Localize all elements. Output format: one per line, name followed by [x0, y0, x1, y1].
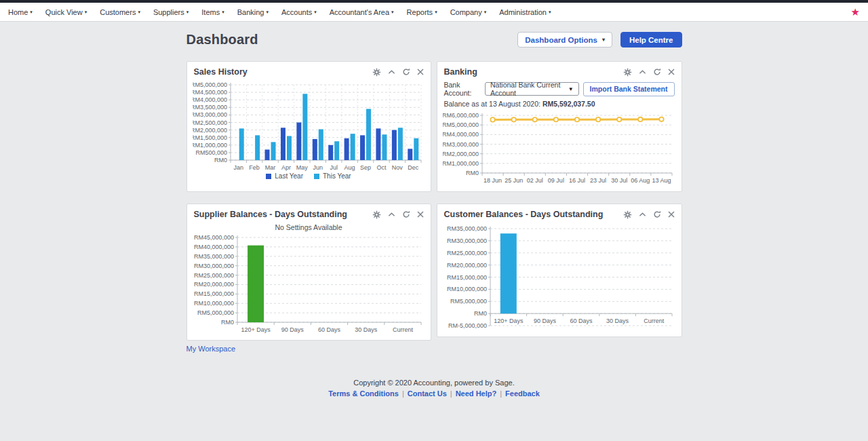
collapse-chevron-up-icon[interactable]: [639, 212, 646, 217]
svg-text:30 Jul: 30 Jul: [611, 177, 627, 184]
collapse-chevron-up-icon[interactable]: [388, 69, 395, 75]
svg-text:120+ Days: 120+ Days: [241, 326, 271, 333]
bank-account-label: Bank Account:: [444, 81, 481, 97]
import-bank-statement-button[interactable]: Import Bank Statement: [583, 82, 675, 96]
customer-balances-chart: RM-5,000,000RM0RM5,000,000RM10,000,000RM…: [443, 224, 676, 331]
svg-text:RM30,000,000: RM30,000,000: [446, 237, 486, 244]
collapse-chevron-up-icon[interactable]: [639, 69, 646, 75]
nav-item-home[interactable]: Home▾: [8, 8, 33, 16]
nav-item-items[interactable]: Items▾: [201, 8, 224, 16]
nav-item-label: Suppliers: [153, 8, 184, 16]
nav-item-accounts[interactable]: Accounts▾: [281, 8, 317, 16]
dashboard-options-button[interactable]: Dashboard Options ▾: [517, 32, 612, 47]
nav-item-banking[interactable]: Banking▾: [237, 8, 269, 16]
close-icon[interactable]: [668, 211, 675, 218]
svg-text:Apr: Apr: [281, 164, 290, 171]
nav-item-label: Home: [8, 8, 28, 16]
nav-item-customers[interactable]: Customers▾: [100, 8, 140, 16]
chevron-down-icon: ▾: [602, 37, 605, 43]
svg-text:Oct: Oct: [376, 164, 387, 171]
widget-title: Customer Balances - Days Outstanding: [444, 210, 604, 219]
gear-icon[interactable]: [372, 210, 381, 219]
widget-supplier-balances: Supplier Balances - Days Outstanding No …: [186, 204, 431, 341]
svg-text:May: May: [296, 164, 308, 171]
no-settings-message: No Settings Available: [187, 221, 431, 231]
close-icon[interactable]: [668, 69, 675, 75]
svg-text:02 Jul: 02 Jul: [526, 177, 542, 184]
svg-text:Dec: Dec: [408, 164, 419, 171]
link-separator: |: [402, 389, 404, 398]
gear-icon[interactable]: [623, 210, 632, 219]
nav-item-label: Reports: [407, 8, 433, 16]
refresh-icon[interactable]: [402, 68, 410, 76]
svg-text:RM0: RM0: [473, 310, 486, 317]
svg-text:RM3,000,000: RM3,000,000: [443, 141, 479, 148]
legend-label: This Year: [323, 172, 351, 180]
widget-banking: Banking Bank Account: National Bank Curr…: [437, 61, 682, 192]
svg-text:Jan: Jan: [233, 164, 243, 171]
bank-account-select[interactable]: National Bank Current Account ▼: [485, 82, 579, 96]
close-icon[interactable]: [417, 69, 424, 75]
nav-item-administration[interactable]: Administration▾: [499, 8, 551, 16]
close-icon[interactable]: [417, 211, 424, 218]
chevron-down-icon: ▾: [435, 9, 437, 14]
svg-text:Nov: Nov: [391, 164, 403, 171]
chevron-down-icon: ▾: [266, 9, 269, 14]
nav-item-accountants-area[interactable]: Accountant's Area▾: [330, 8, 394, 16]
svg-text:RM1,000,000: RM1,000,000: [443, 160, 479, 167]
widget-title: Sales History: [194, 67, 248, 77]
svg-text:RM35,000,000: RM35,000,000: [446, 225, 486, 232]
svg-text:RM3,000,000: RM3,000,000: [193, 111, 227, 118]
favorite-star-icon[interactable]: ★: [851, 7, 860, 17]
svg-text:RM2,500,000: RM2,500,000: [193, 119, 227, 126]
refresh-icon[interactable]: [653, 68, 661, 76]
svg-text:RM20,000,000: RM20,000,000: [193, 281, 233, 288]
gear-icon[interactable]: [372, 68, 381, 77]
nav-item-label: Company: [450, 8, 482, 16]
sales-history-chart: RM0RM500,000RM1,000,000RM1,500,000RM2,00…: [193, 80, 425, 171]
nav-item-reports[interactable]: Reports▾: [407, 8, 437, 16]
bank-balance-label: Balance as at 13 August 2020:: [444, 100, 540, 108]
widget-title: Banking: [444, 67, 477, 77]
svg-text:Jun: Jun: [313, 164, 323, 171]
svg-text:RM40,000,000: RM40,000,000: [193, 244, 233, 250]
nav-item-company[interactable]: Company▾: [450, 8, 487, 16]
refresh-icon[interactable]: [653, 210, 661, 218]
svg-text:Current: Current: [644, 318, 665, 324]
supplier-balances-chart: RM0RM5,000,000RM10,000,000RM15,000,000RM…: [193, 233, 425, 334]
chevron-down-icon: ▾: [222, 9, 224, 14]
svg-text:Jul: Jul: [330, 164, 338, 171]
svg-text:06 Aug: 06 Aug: [631, 177, 650, 184]
need-help-link[interactable]: Need Help?: [456, 389, 497, 398]
terms-conditions-link[interactable]: Terms & Conditions: [328, 389, 399, 398]
dashboard-options-label: Dashboard Options: [525, 36, 597, 44]
nav-item-label: Quick View: [45, 8, 83, 16]
svg-text:90 Days: 90 Days: [281, 326, 304, 333]
banking-balance-chart: RM0RM1,000,000RM2,000,000RM3,000,000RM4,…: [443, 111, 676, 187]
chevron-down-icon: ▾: [549, 9, 551, 14]
svg-text:RM4,500,000: RM4,500,000: [193, 89, 227, 96]
feedback-link[interactable]: Feedback: [505, 389, 540, 398]
widget-title: Supplier Balances - Days Outstanding: [194, 210, 347, 219]
legend-swatch: [266, 174, 271, 179]
help-centre-button[interactable]: Help Centre: [620, 32, 682, 47]
svg-text:RM5,000,000: RM5,000,000: [193, 81, 227, 88]
import-bank-statement-label: Import Bank Statement: [590, 85, 668, 93]
svg-text:13 Aug: 13 Aug: [652, 177, 671, 184]
svg-text:RM10,000,000: RM10,000,000: [193, 300, 233, 307]
legend-label: Last Year: [275, 172, 303, 180]
contact-us-link[interactable]: Contact Us: [408, 389, 447, 398]
svg-text:RM2,000,000: RM2,000,000: [193, 127, 227, 134]
svg-text:09 Jul: 09 Jul: [547, 177, 564, 184]
gear-icon[interactable]: [623, 68, 632, 77]
svg-text:RM1,000,000: RM1,000,000: [193, 142, 227, 149]
svg-text:18 Jun: 18 Jun: [484, 177, 502, 184]
my-workspace-link[interactable]: My Workspace: [186, 345, 236, 353]
nav-item-suppliers[interactable]: Suppliers▾: [153, 8, 189, 16]
svg-text:RM0: RM0: [220, 319, 233, 326]
nav-item-quick-view[interactable]: Quick View▾: [45, 8, 87, 16]
refresh-icon[interactable]: [402, 210, 410, 218]
main-nav: Home▾ Quick View▾ Customers▾ Suppliers▾ …: [0, 3, 868, 22]
collapse-chevron-up-icon[interactable]: [388, 212, 395, 217]
nav-item-label: Banking: [237, 8, 264, 16]
